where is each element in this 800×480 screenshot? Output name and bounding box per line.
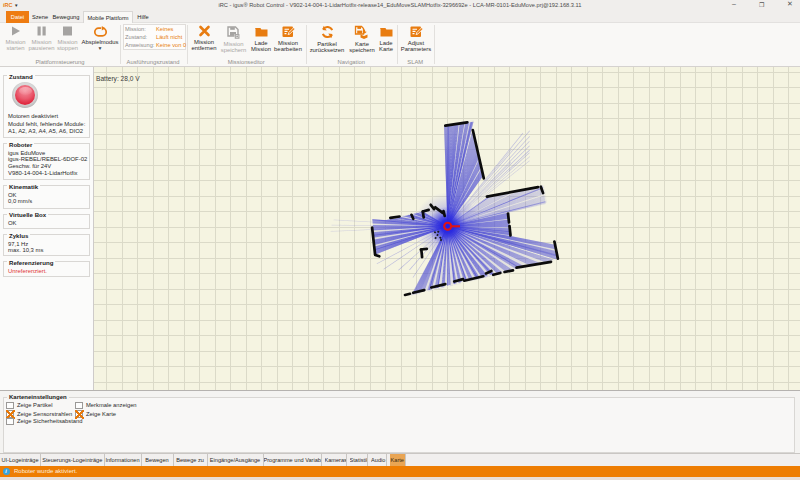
svg-text:Battery: 28,0 V: Battery: 28,0 V <box>96 75 140 83</box>
